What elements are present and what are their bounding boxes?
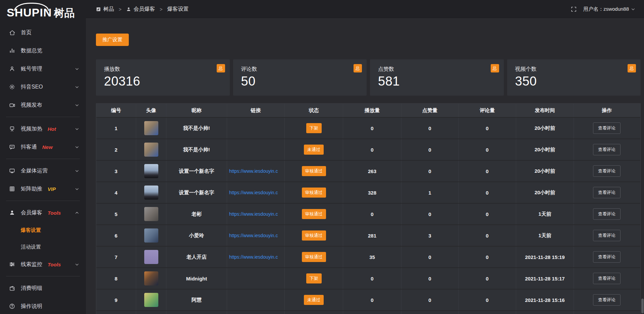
cell-action: 查看评论 bbox=[574, 118, 640, 139]
cell-likes: 0 bbox=[401, 118, 459, 139]
sidebar-item-tag: New bbox=[42, 144, 53, 150]
sidebar-item-video-publish[interactable]: 视频发布 bbox=[0, 96, 86, 114]
view-comments-button[interactable]: 查看评论 bbox=[593, 251, 621, 263]
cell-status: 审核通过 bbox=[285, 182, 343, 203]
heat-icon bbox=[9, 125, 15, 132]
scrollbar-thumb[interactable] bbox=[641, 299, 644, 313]
table-header-cell: 链接 bbox=[227, 104, 285, 117]
table-row: 3 设置一个新名字 https://www.iesdouyin.c 审核通过 2… bbox=[96, 160, 640, 181]
cell-status: 未通过 bbox=[285, 139, 343, 160]
user-icon bbox=[9, 65, 15, 72]
stat-card-label: 视频个数 bbox=[515, 66, 641, 73]
view-comments-button[interactable]: 查看评论 bbox=[593, 294, 621, 306]
sidebar-item-member-baoke[interactable]: 会员爆客Tools bbox=[0, 204, 86, 222]
breadcrumb-item[interactable]: 树品 bbox=[96, 6, 114, 13]
stat-card-1: 评论数 50 总 bbox=[233, 59, 367, 96]
cell-link: https://www.iesdouyin.c bbox=[227, 225, 285, 246]
sidebar-item-label: 抖音SEO bbox=[21, 84, 43, 91]
sidebar-item-video-heat[interactable]: 视频加热Hot bbox=[0, 120, 86, 138]
breadcrumb-item[interactable]: 会员爆客 bbox=[126, 6, 155, 13]
cell-id: 5 bbox=[96, 204, 136, 224]
sidebar-subitem-activity-settings[interactable]: 活动设置 bbox=[0, 239, 86, 255]
sidebar: SHUPIN树品 首页数据总览账号管理抖音SEO视频发布视频加热Hot抖客通Ne… bbox=[0, 0, 86, 314]
cell-plays: 0 bbox=[343, 204, 401, 224]
cell-time bbox=[516, 311, 574, 314]
cell-plays: 0 bbox=[343, 290, 401, 310]
view-comments-button[interactable]: 查看评论 bbox=[593, 165, 621, 177]
breadcrumb: 树品>会员爆客>爆客设置 bbox=[96, 6, 189, 13]
sidebar-item-label: 账号管理 bbox=[21, 65, 42, 72]
sidebar-item-consume-detail[interactable]: 消费明细 bbox=[0, 279, 86, 297]
cell-status: 下架 bbox=[285, 268, 343, 289]
video-link[interactable]: https://www.iesdouyin.c bbox=[229, 254, 278, 260]
stat-card-2: 点赞数 581 总 bbox=[370, 59, 504, 96]
cell-time: 1天前 bbox=[516, 225, 574, 246]
table-row: 9 阿慧 未通过 0 0 0 2021-11-28 15:16 查看评论 bbox=[96, 289, 640, 310]
fullscreen-icon[interactable] bbox=[571, 6, 577, 12]
gear-icon bbox=[9, 84, 15, 90]
breadcrumb-label: 爆客设置 bbox=[167, 6, 189, 13]
promo-settings-button[interactable]: 推广设置 bbox=[96, 34, 129, 46]
sidebar-item-douketong[interactable]: 抖客通New bbox=[0, 138, 86, 156]
view-comments-button[interactable]: 查看评论 bbox=[593, 230, 621, 241]
sidebar-item-data-overview[interactable]: 数据总览 bbox=[0, 42, 86, 60]
cell-time: 2021-11-28 15:16 bbox=[516, 290, 574, 310]
avatar bbox=[144, 293, 158, 307]
sidebar-item-label: 首页 bbox=[21, 29, 32, 36]
user-menu[interactable]: 用户名：zswodun88 bbox=[583, 6, 635, 12]
video-link[interactable]: https://www.iesdouyin.c bbox=[229, 211, 278, 217]
view-comments-button[interactable]: 查看评论 bbox=[593, 122, 621, 134]
breadcrumb-label: 会员爆客 bbox=[133, 6, 155, 13]
sidebar-item-label: 矩阵助推 bbox=[21, 186, 42, 193]
status-badge: 下架 bbox=[306, 273, 322, 283]
scrollbar[interactable] bbox=[641, 0, 644, 314]
sidebar-item-matrix-boost[interactable]: 矩阵助推VIP bbox=[0, 180, 86, 198]
cell-id: 9 bbox=[96, 290, 136, 310]
cell-nickname: 设置一个新名字 bbox=[166, 182, 227, 203]
sidebar-item-account-manage[interactable]: 账号管理 bbox=[0, 60, 86, 78]
total-badge: 总 bbox=[628, 64, 636, 72]
avatar bbox=[144, 207, 158, 221]
sidebar-item-label: 线索监控 bbox=[21, 261, 42, 268]
right-column: 树品>会员爆客>爆客设置 用户名：zswodun88 推广设置 播放数 2031… bbox=[86, 0, 644, 314]
view-comments-button[interactable]: 查看评论 bbox=[593, 208, 621, 220]
status-badge: 审核通过 bbox=[302, 209, 326, 219]
cell-comments: 0 bbox=[459, 118, 516, 139]
cell-time: 20小时前 bbox=[516, 182, 574, 203]
stat-card-label: 评论数 bbox=[241, 66, 367, 73]
panel-icon bbox=[96, 7, 101, 12]
cell-plays: 0 bbox=[343, 139, 401, 160]
cell-comments: 0 bbox=[459, 290, 516, 310]
cell-nickname: Midnight bbox=[166, 268, 227, 289]
cell-link: https://www.iesdouyin.c bbox=[227, 204, 285, 224]
table-row: 1 我不是小帅! 下架 0 0 0 20小时前 查看评论 bbox=[96, 117, 640, 139]
cell-plays: 35 bbox=[343, 247, 401, 267]
cell-status: 审核通过 bbox=[285, 161, 343, 181]
chevron-up-icon bbox=[75, 211, 79, 215]
sidebar-item-media-operation[interactable]: 全媒体运营 bbox=[0, 162, 86, 180]
sidebar-item-home[interactable]: 首页 bbox=[0, 23, 86, 42]
view-comments-button[interactable]: 查看评论 bbox=[593, 144, 621, 155]
cell-nickname: 我不是小帅! bbox=[166, 118, 227, 139]
cell-status bbox=[285, 311, 343, 314]
sidebar-item-label: 视频加热 bbox=[21, 125, 42, 133]
video-link[interactable]: https://www.iesdouyin.c bbox=[229, 168, 278, 174]
sidebar-subitem-baoke-settings[interactable]: 爆客设置 bbox=[0, 222, 86, 239]
sidebar-item-douyin-seo[interactable]: 抖音SEO bbox=[0, 78, 86, 96]
view-comments-button[interactable]: 查看评论 bbox=[593, 187, 621, 198]
avatar bbox=[144, 143, 158, 157]
logo-arc-decoration bbox=[14, 3, 49, 11]
cell-action: 查看评论 bbox=[574, 225, 640, 246]
cell-plays: 0 bbox=[343, 268, 401, 289]
sidebar-item-operation-guide[interactable]: 操作说明 bbox=[0, 297, 86, 314]
video-link[interactable]: https://www.iesdouyin.c bbox=[229, 233, 278, 238]
cell-link bbox=[227, 118, 285, 139]
breadcrumb-item[interactable]: 爆客设置 bbox=[167, 6, 189, 13]
video-link[interactable]: https://www.iesdouyin.c bbox=[229, 190, 278, 195]
stat-card-value: 50 bbox=[241, 74, 367, 89]
username-label: 用户名：zswodun88 bbox=[583, 6, 629, 12]
sidebar-item-clue-monitor[interactable]: 线索监控Tools bbox=[0, 255, 86, 273]
view-comments-button[interactable]: 查看评论 bbox=[593, 273, 621, 284]
cell-likes: 1 bbox=[401, 182, 459, 203]
cell-id: 7 bbox=[96, 247, 136, 267]
